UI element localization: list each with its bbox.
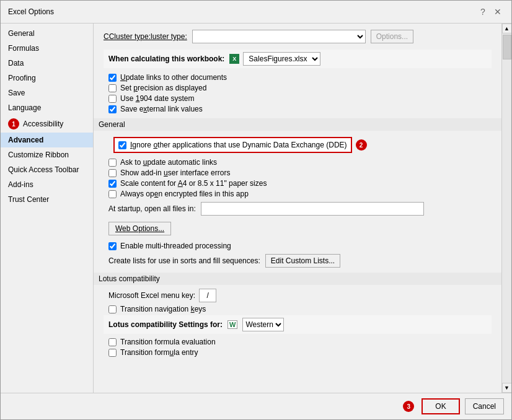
ask-update-links-checkbox[interactable] [108, 159, 117, 167]
sidebar-item-general[interactable]: General [1, 26, 93, 41]
dialog-body: General Formulas Data Proofing Save Lang… [1, 24, 511, 393]
set-precision-row: Set precision as displayed [108, 84, 492, 92]
dde-row: Ignore other applications that use Dynam… [113, 137, 352, 153]
scroll-thumb[interactable] [503, 35, 511, 59]
always-open-encrypted-row: Always open encrypted files in this app [108, 190, 492, 198]
transition-formula-entry-row: Transition formula entry [108, 348, 492, 357]
use-1904-row: Use 1904 date system [108, 94, 492, 103]
footer: 3 OK Cancel [1, 393, 511, 419]
sidebar-item-advanced[interactable]: Advanced [1, 133, 93, 147]
show-addin-errors-row: Show add-in user interface errors [108, 168, 492, 177]
badge-2: 2 [356, 139, 367, 151]
menukey-row: Microsoft Excel menu key: [108, 289, 492, 302]
transition-formula-eval-label: Transition formula evaluation [120, 338, 216, 346]
dialog-title: Excel Options [8, 7, 54, 16]
update-links-checkbox[interactable] [108, 74, 117, 82]
sidebar-item-customize-ribbon[interactable]: Customize Ribbon [1, 147, 93, 162]
sidebar-item-accessibility[interactable]: 1 Accessibility [1, 115, 93, 133]
enable-multithreaded-row: Enable multi-threaded processing [108, 242, 492, 250]
menukey-input[interactable] [199, 289, 216, 302]
startup-row: At startup, open all files in: [108, 202, 492, 216]
ask-update-links-label: Ask to update automatic links [120, 158, 217, 167]
ask-update-links-row: Ask to update automatic links [108, 158, 492, 167]
workbook-label: When calculating this workbook: [108, 55, 224, 63]
create-lists-row: Create lists for use in sorts and fill s… [108, 254, 492, 268]
update-links-label: Update links to other documents [120, 73, 227, 82]
save-external-label: Save external link values [120, 105, 203, 113]
lotus-section-label: Lotus compatibility [99, 274, 160, 283]
excel-icon: X [229, 54, 239, 64]
general-section-label: General [99, 120, 125, 129]
transition-formula-entry-checkbox[interactable] [108, 349, 117, 357]
sidebar-item-formulas[interactable]: Formulas [1, 41, 93, 56]
dde-checkbox[interactable] [118, 141, 126, 149]
workbook-file-select[interactable]: SalesFigures.xlsx [243, 52, 320, 66]
transition-nav-checkbox[interactable] [108, 305, 117, 313]
lotus-settings-label: Lotus compatibility Settings for: [108, 320, 223, 329]
transition-nav-label: Transition navigation keys [120, 305, 206, 313]
startup-label: At startup, open all files in: [108, 204, 196, 213]
update-links-row: Update links to other documents [108, 73, 492, 82]
options-button[interactable]: Options... [371, 30, 413, 43]
sidebar-item-language[interactable]: Language [1, 100, 93, 115]
scrollbar: ▲ ▼ [501, 24, 511, 393]
transition-formula-entry-label: Transition formula entry [120, 348, 198, 357]
workbook-section-header: When calculating this workbook: X SalesF… [104, 50, 492, 68]
excel-options-dialog: Excel Options ? ✕ General Formulas Data … [0, 0, 512, 420]
web-options-button[interactable]: Web Options... [108, 222, 171, 235]
lotus-settings-icon: W [227, 320, 237, 329]
sidebar-item-trust-center[interactable]: Trust Center [1, 192, 93, 207]
startup-input[interactable] [201, 202, 424, 216]
lotus-settings-select[interactable]: Western [242, 318, 284, 331]
enable-multithreaded-checkbox[interactable] [108, 242, 117, 250]
cancel-button[interactable]: Cancel [465, 398, 504, 414]
edit-custom-lists-button[interactable]: Edit Custom Lists... [265, 254, 340, 268]
sidebar-item-proofing[interactable]: Proofing [1, 71, 93, 85]
sidebar-item-add-ins[interactable]: Add-ins [1, 177, 93, 192]
scroll-track [502, 33, 512, 383]
main-content: CCluster type:luster type: Options... Wh… [94, 24, 501, 393]
scale-content-label: Scale content for A4 or 8.5 x 11" paper … [120, 179, 267, 188]
scale-content-row: Scale content for A4 or 8.5 x 11" paper … [108, 179, 492, 188]
titlebar-controls: ? ✕ [477, 6, 504, 18]
lotus-section-header: Lotus compatibility [94, 273, 501, 285]
menukey-label: Microsoft Excel menu key: [108, 291, 195, 300]
always-open-encrypted-checkbox[interactable] [108, 190, 117, 198]
dde-label: Ignore other applications that use Dynam… [130, 141, 347, 149]
sidebar-item-quick-access-toolbar[interactable]: Quick Access Toolbar [1, 162, 93, 177]
main-panel: CCluster type:luster type: Options... Wh… [94, 24, 501, 393]
cluster-type-select[interactable] [192, 30, 366, 43]
badge-3: 3 [403, 401, 414, 412]
set-precision-label: Set precision as displayed [120, 84, 206, 92]
badge-1: 1 [8, 118, 19, 129]
scroll-up-arrow[interactable]: ▲ [502, 24, 512, 33]
use-1904-checkbox[interactable] [108, 95, 117, 103]
transition-formula-eval-checkbox[interactable] [108, 338, 117, 346]
scale-content-checkbox[interactable] [108, 180, 117, 188]
transition-nav-row: Transition navigation keys [108, 305, 492, 313]
close-button[interactable]: ✕ [492, 6, 504, 18]
save-external-row: Save external link values [108, 105, 492, 113]
transition-formula-eval-row: Transition formula evaluation [108, 338, 492, 346]
footer-badge-container: 3 [403, 401, 417, 412]
main-area: CCluster type:luster type: Options... Wh… [94, 24, 511, 393]
lotus-settings-row: Lotus compatibility Settings for: W West… [104, 315, 492, 334]
save-external-checkbox[interactable] [108, 105, 117, 113]
workbook-select: X SalesFigures.xlsx [229, 52, 320, 66]
always-open-encrypted-label: Always open encrypted files in this app [120, 190, 249, 198]
show-addin-errors-label: Show add-in user interface errors [120, 168, 230, 177]
cluster-row: CCluster type:luster type: Options... [104, 30, 492, 43]
sidebar: General Formulas Data Proofing Save Lang… [1, 24, 94, 393]
use-1904-label: Use 1904 date system [120, 94, 194, 103]
show-addin-errors-checkbox[interactable] [108, 169, 117, 177]
general-section-header: General [94, 118, 501, 131]
scroll-down-arrow[interactable]: ▼ [502, 383, 512, 393]
dde-container: Ignore other applications that use Dynam… [108, 134, 492, 155]
titlebar: Excel Options ? ✕ [1, 1, 511, 24]
sidebar-item-data[interactable]: Data [1, 56, 93, 71]
sidebar-item-save[interactable]: Save [1, 85, 93, 100]
ok-button[interactable]: OK [422, 398, 459, 414]
create-lists-label: Create lists for use in sorts and fill s… [108, 256, 260, 265]
help-button[interactable]: ? [477, 6, 489, 18]
set-precision-checkbox[interactable] [108, 84, 117, 92]
